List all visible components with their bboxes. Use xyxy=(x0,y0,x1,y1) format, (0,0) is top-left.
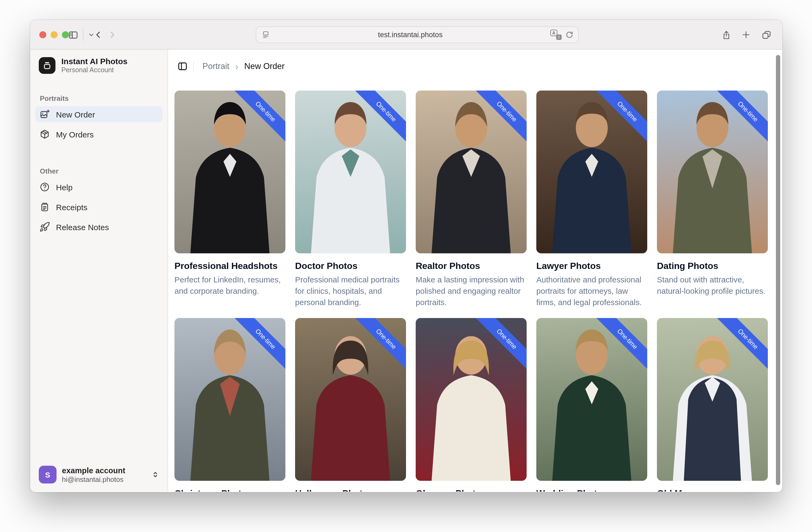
close-window-button[interactable] xyxy=(39,31,46,38)
breadcrumb-parent-link[interactable]: Portrait xyxy=(202,61,229,71)
card-photo: One-time xyxy=(295,90,406,253)
app-subtitle: Personal Account xyxy=(61,66,128,74)
style-card-lawyer-photos[interactable]: One-time Lawyer Photos Authoritative and… xyxy=(536,90,647,308)
card-description: Professional medical portraits for clini… xyxy=(295,274,406,308)
style-card-realtor-photos[interactable]: One-time Realtor Photos Make a lasting i… xyxy=(416,90,527,308)
toolbar-divider xyxy=(83,29,84,41)
style-card-wedding-photos[interactable]: One-time Wedding Photos xyxy=(536,318,647,492)
window-content: Instant AI Photos Personal Account Portr… xyxy=(30,50,782,492)
portraits-nav: New Order My Orders xyxy=(30,102,168,142)
style-card-glamour-photos[interactable]: One-time Glamour Photos xyxy=(416,318,527,492)
sidebar-item-label: New Order xyxy=(56,110,95,119)
app-header[interactable]: Instant AI Photos Personal Account xyxy=(30,50,168,74)
rocket-icon xyxy=(39,222,50,232)
reload-icon[interactable] xyxy=(565,31,574,39)
card-title: Doctor Photos xyxy=(295,260,406,272)
sidebar-item-receipts[interactable]: Receipts xyxy=(35,199,163,215)
card-description: Authoritative and professional portraits… xyxy=(536,274,647,308)
help-circle-icon xyxy=(39,182,50,193)
style-card-professional-headshots[interactable]: One-time Professional Headshots Perfect … xyxy=(174,90,285,308)
sidebar-item-label: Help xyxy=(56,182,73,192)
app-name: Instant AI Photos xyxy=(61,57,128,66)
browser-toolbar: test.instantai.photos A 文 xyxy=(30,20,782,50)
style-card-halloween-photos[interactable]: One-time Halloween Photos xyxy=(295,318,406,492)
page-root: test.instantai.photos A 文 xyxy=(0,0,812,532)
card-description: Stand out with attractive, natural-looki… xyxy=(657,274,768,297)
sidebar-item-my-orders[interactable]: My Orders xyxy=(35,126,163,142)
style-card-old-money-photos[interactable]: One-time Old Money xyxy=(657,318,768,492)
sidebar-item-new-order[interactable]: New Order xyxy=(35,106,163,122)
card-photo: One-time xyxy=(416,90,527,253)
sidebar-item-release-notes[interactable]: Release Notes xyxy=(35,219,163,235)
sidebar-item-label: Release Notes xyxy=(56,222,109,232)
card-title: Dating Photos xyxy=(657,260,768,272)
section-label-other: Other xyxy=(30,167,168,175)
section-label-portraits: Portraits xyxy=(30,94,168,102)
browser-window: test.instantai.photos A 文 xyxy=(30,20,782,492)
card-photo: One-time xyxy=(295,318,406,481)
url-text[interactable]: test.instantai.photos xyxy=(270,31,550,39)
card-title: Wedding Photos xyxy=(536,487,647,492)
toolbar-sidebar-toggle-icon[interactable] xyxy=(66,20,80,50)
card-description: Make a lasting impression with polished … xyxy=(416,274,527,308)
card-photo: One-time xyxy=(174,90,285,253)
app-logo-icon xyxy=(39,57,56,74)
sidebar-item-label: Receipts xyxy=(56,202,87,212)
chevron-right-icon: › xyxy=(235,62,238,71)
style-card-doctor-photos[interactable]: One-time Doctor Photos Professional medi… xyxy=(295,90,406,308)
minimize-window-button[interactable] xyxy=(50,31,58,38)
address-bar[interactable]: test.instantai.photos A 文 xyxy=(256,26,579,43)
sidebar-item-help[interactable]: Help xyxy=(35,179,163,195)
style-card-christmas-photos[interactable]: One-time Christmas Photos xyxy=(174,318,285,492)
image-plus-icon xyxy=(39,109,50,120)
breadcrumb: Portrait › New Order xyxy=(177,60,782,72)
tab-overview-icon[interactable] xyxy=(759,20,774,50)
card-photo: One-time xyxy=(174,318,285,481)
account-name: example account xyxy=(62,466,125,475)
other-nav: Help Receipts xyxy=(30,175,168,235)
card-photo: One-time xyxy=(536,318,647,481)
style-card-dating-photos[interactable]: One-time Dating Photos Stand out with at… xyxy=(657,90,768,308)
card-description: Perfect for LinkedIn, resumes, and corpo… xyxy=(174,274,285,297)
breadcrumb-current: New Order xyxy=(244,61,285,71)
vertical-scrollbar-thumb[interactable] xyxy=(776,55,780,485)
card-title: Christmas Photos xyxy=(174,487,285,492)
receipt-icon xyxy=(39,201,50,212)
account-email: hi@instantai.photos xyxy=(62,475,125,483)
card-title: Halloween Photos xyxy=(295,487,406,492)
panel-left-icon[interactable] xyxy=(177,61,188,72)
page-settings-icon[interactable] xyxy=(261,30,270,39)
forward-button[interactable] xyxy=(105,20,119,50)
back-button[interactable] xyxy=(91,20,105,50)
breadcrumb-divider xyxy=(193,61,194,71)
traffic-lights xyxy=(39,31,69,38)
card-photo: One-time xyxy=(657,90,768,253)
main-content: Portrait › New Order xyxy=(168,50,782,492)
card-title: Old Money xyxy=(657,487,768,492)
sidebar-item-label: My Orders xyxy=(56,130,94,139)
package-icon xyxy=(39,129,50,140)
card-title: Glamour Photos xyxy=(416,487,527,492)
card-photo: One-time xyxy=(416,318,527,481)
portrait-style-grid: One-time Professional Headshots Perfect … xyxy=(168,72,782,492)
card-title: Professional Headshots xyxy=(174,260,285,272)
card-photo: One-time xyxy=(657,318,768,481)
share-icon[interactable] xyxy=(720,20,734,50)
card-photo: One-time xyxy=(536,90,647,253)
account-switcher[interactable]: S example account hi@instantai.photos xyxy=(34,462,164,487)
avatar: S xyxy=(39,466,57,484)
chevron-up-down-icon xyxy=(151,471,159,479)
app-sidebar: Instant AI Photos Personal Account Portr… xyxy=(30,50,168,492)
translate-icon[interactable]: A 文 xyxy=(550,30,562,40)
card-title: Realtor Photos xyxy=(416,260,527,272)
card-title: Lawyer Photos xyxy=(536,260,647,272)
new-tab-plus-icon[interactable] xyxy=(739,20,753,50)
